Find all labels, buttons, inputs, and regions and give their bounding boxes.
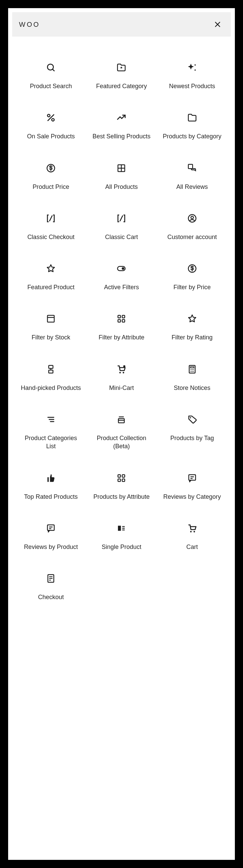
search-bar	[12, 12, 231, 37]
calc-icon	[187, 361, 197, 377]
block-label: Product Search	[28, 82, 73, 90]
block-label: Top Rated Products	[23, 493, 79, 501]
block-filter-by-stock[interactable]: Filter by Stock	[16, 305, 86, 355]
block-search-input[interactable]	[19, 21, 211, 28]
block-product-price[interactable]: Product Price	[16, 154, 86, 204]
block-label: Reviews by Category	[162, 493, 222, 501]
block-label: Products by Attribute	[92, 493, 151, 501]
block-checkout[interactable]: Checkout	[16, 565, 86, 615]
chat-square-icon	[187, 470, 197, 486]
block-label: Products by Category	[161, 132, 223, 140]
block-label: Products by Tag	[169, 434, 215, 442]
close-icon	[214, 21, 221, 28]
sparkles-icon	[187, 60, 197, 75]
block-newest-products[interactable]: Newest Products	[157, 54, 227, 104]
search-icon	[46, 60, 56, 75]
block-customer-account[interactable]: Customer account	[157, 204, 227, 255]
star-outline-icon	[46, 261, 56, 276]
mini-cart-icon	[116, 361, 126, 377]
block-label: Product Price	[31, 183, 70, 191]
percent-icon	[46, 110, 56, 125]
block-filter-by-attribute[interactable]: Filter by Attribute	[86, 305, 157, 355]
block-label: All Products	[104, 183, 139, 191]
block-label: On Sale Products	[26, 132, 76, 140]
block-label: All Reviews	[175, 183, 209, 191]
block-featured-category[interactable]: Featured Category	[86, 54, 157, 104]
box-icon	[46, 311, 56, 327]
grid-dots-icon	[116, 470, 126, 486]
filter-lines-icon	[46, 412, 56, 427]
folder-star-icon	[116, 60, 126, 75]
handpick-icon	[46, 361, 56, 377]
trend-up-icon	[116, 110, 126, 125]
cart-icon	[187, 520, 197, 536]
block-label: Best Selling Products	[91, 132, 152, 140]
block-active-filters[interactable]: Active Filters	[86, 255, 157, 305]
block-all-products[interactable]: All Products	[86, 154, 157, 204]
block-reviews-by-product[interactable]: Reviews by Product	[16, 514, 86, 565]
block-label: Product Collection (Beta)	[89, 434, 154, 451]
block-product-collection[interactable]: Product Collection (Beta)	[86, 406, 157, 464]
shortcode-icon	[116, 211, 126, 226]
shortcode-icon	[46, 211, 56, 226]
chat-square-icon	[46, 520, 56, 536]
block-featured-product[interactable]: Featured Product	[16, 255, 86, 305]
folder-icon	[187, 110, 197, 125]
block-filter-by-rating[interactable]: Filter by Rating	[157, 305, 227, 355]
block-label: Mini-Cart	[108, 384, 135, 392]
grid-4-icon	[116, 160, 126, 176]
block-label: Featured Category	[95, 82, 148, 90]
blocks-grid: Product SearchFeatured CategoryNewest Pr…	[12, 37, 231, 615]
block-label: Classic Cart	[104, 233, 139, 241]
stack-icon	[116, 412, 126, 427]
block-mini-cart[interactable]: Mini-Cart	[86, 355, 157, 406]
tag-icon	[187, 412, 197, 427]
block-label: Cart	[185, 543, 199, 551]
block-product-search[interactable]: Product Search	[16, 54, 86, 104]
block-label: Active Filters	[103, 283, 140, 291]
block-store-notices[interactable]: Store Notices	[157, 355, 227, 406]
block-label: Customer account	[166, 233, 218, 241]
dollar-circle-icon	[187, 261, 197, 276]
user-circle-icon	[187, 211, 197, 226]
block-filter-by-price[interactable]: Filter by Price	[157, 255, 227, 305]
grid-dots-icon	[116, 311, 126, 327]
toggle-on-icon	[116, 261, 126, 276]
block-best-selling-products[interactable]: Best Selling Products	[86, 104, 157, 154]
block-label: Filter by Price	[172, 283, 212, 291]
block-product-categories-list[interactable]: Product Categories List	[16, 406, 86, 464]
block-label: Filter by Attribute	[97, 333, 146, 341]
search-container	[12, 8, 231, 37]
reviews-icon	[187, 160, 197, 176]
block-label: Newest Products	[168, 82, 217, 90]
block-label: Featured Product	[26, 283, 76, 291]
block-label: Filter by Rating	[170, 333, 214, 341]
block-label: Checkout	[37, 593, 65, 601]
block-classic-checkout[interactable]: Classic Checkout	[16, 204, 86, 255]
block-products-by-category[interactable]: Products by Category	[157, 104, 227, 154]
block-classic-cart[interactable]: Classic Cart	[86, 204, 157, 255]
block-products-by-tag[interactable]: Products by Tag	[157, 406, 227, 464]
block-label: Hand-picked Products	[20, 384, 82, 392]
single-list-icon	[116, 520, 126, 536]
block-inserter-panel: Product SearchFeatured CategoryNewest Pr…	[8, 8, 235, 860]
block-products-by-attribute[interactable]: Products by Attribute	[86, 464, 157, 514]
block-label: Product Categories List	[18, 434, 83, 451]
block-single-product[interactable]: Single Product	[86, 514, 157, 565]
block-cart[interactable]: Cart	[157, 514, 227, 565]
block-hand-picked-products[interactable]: Hand-picked Products	[16, 355, 86, 406]
receipt-icon	[46, 571, 56, 586]
block-label: Classic Checkout	[26, 233, 76, 241]
block-label: Store Notices	[173, 384, 212, 392]
block-reviews-by-category[interactable]: Reviews by Category	[157, 464, 227, 514]
star-outline-icon	[187, 311, 197, 327]
block-all-reviews[interactable]: All Reviews	[157, 154, 227, 204]
block-top-rated-products[interactable]: Top Rated Products	[16, 464, 86, 514]
clear-search-button[interactable]	[211, 18, 224, 31]
block-label: Single Product	[100, 543, 143, 551]
dollar-circle-icon	[46, 160, 56, 176]
block-label: Reviews by Product	[23, 543, 79, 551]
block-on-sale-products[interactable]: On Sale Products	[16, 104, 86, 154]
block-label: Filter by Stock	[30, 333, 72, 341]
thumb-up-icon	[46, 470, 56, 486]
